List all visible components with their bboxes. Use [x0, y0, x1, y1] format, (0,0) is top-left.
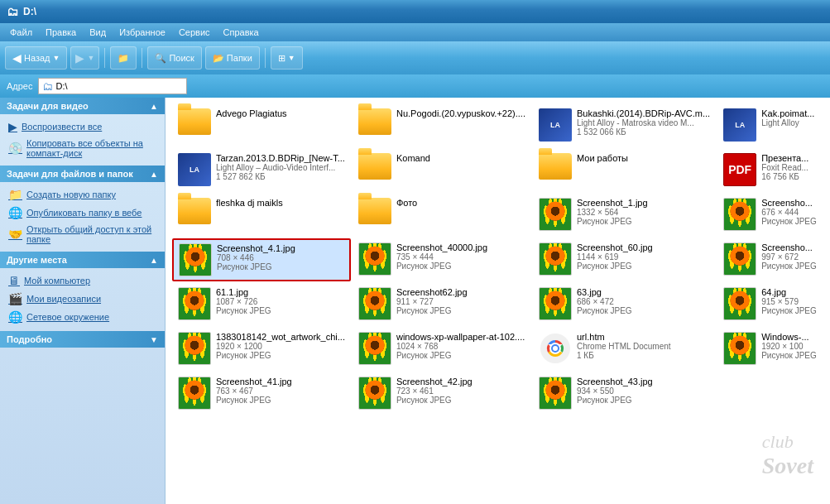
menu-item-файл[interactable]: Файл: [3, 26, 39, 39]
back-button[interactable]: ◀ Назад ▼: [5, 46, 67, 70]
file-name: Screenshot_40000.jpg: [396, 242, 525, 252]
svg-point-4: [553, 346, 558, 351]
my-videos-label: Мои видеозаписи: [26, 294, 101, 304]
sidebar-section-places-content: 🖥 Мой компьютер 🎬 Мои видеозаписи 🌐 Сете…: [0, 268, 165, 329]
file-meta: Foxit Read...: [761, 163, 818, 172]
menu-item-сервис[interactable]: Сервис: [172, 26, 217, 39]
sidebar-section-files: Задачи для файлов и папок ▲ 📁 Создать но…: [0, 166, 165, 250]
network-label: Сетевое окружение: [26, 312, 109, 322]
sidebar-section-details-header[interactable]: Подробно ▼: [0, 331, 165, 348]
file-name: Screenshot62.jpg: [396, 287, 525, 297]
file-info: Screenshot_43.jpg 934 × 550Рисунок JPEG: [577, 377, 710, 405]
file-info: 1383018142_wot_artwork_chi... 1920 × 120…: [216, 332, 345, 360]
file-item[interactable]: Screenshot_42.jpg 723 × 461Рисунок JPEG: [353, 372, 531, 415]
sidebar-item-copy-disc[interactable]: 💿 Копировать все объекты на компакт-диск: [5, 136, 160, 161]
file-item[interactable]: Screenshot_43.jpg 934 × 550Рисунок JPEG: [533, 372, 716, 415]
main-layout: Задачи для видео ▲ ▶ Воспроизвести все 💿…: [0, 98, 830, 504]
sidebar-item-my-computer[interactable]: 🖥 Мой компьютер: [5, 271, 160, 290]
address-path: D:\: [56, 81, 68, 91]
file-item[interactable]: Screenshot62.jpg 911 × 727Рисунок JPEG: [353, 283, 531, 326]
sidebar-item-share[interactable]: 🤝 Открыть общий доступ к этой папке: [5, 222, 160, 247]
sidebar-section-files-header[interactable]: Задачи для файлов и папок ▲: [0, 166, 165, 182]
file-item[interactable]: Screenshot_4.1.jpg 708 × 446Рисунок JPEG: [172, 238, 351, 281]
file-name: url.htm: [577, 332, 710, 342]
file-meta: 1332 × 564: [577, 208, 710, 217]
file-name: Komand: [396, 153, 525, 163]
sidebar-item-play-all[interactable]: ▶ Воспроизвести все: [5, 118, 160, 136]
sidebar-section-places: Другие места ▲ 🖥 Мой компьютер 🎬 Мои вид…: [0, 252, 165, 329]
toolbar-separator-3: [265, 48, 266, 68]
file-name: 1383018142_wot_artwork_chi...: [216, 332, 345, 342]
sidebar-section-video: Задачи для видео ▲ ▶ Воспроизвести все 💿…: [0, 98, 165, 164]
sidebar-item-new-folder[interactable]: 📁 Создать новую папку: [5, 185, 160, 204]
file-item[interactable]: Фото: [353, 194, 531, 237]
my-computer-label: Мой компьютер: [24, 276, 90, 286]
file-name: Screenshot_42.jpg: [396, 377, 525, 386]
menu-item-справка[interactable]: Справка: [217, 26, 266, 39]
file-item[interactable]: windows-xp-wallpaper-at-102.... 1024 × 7…: [353, 328, 531, 371]
file-item[interactable]: Windows-... 1920 × 100Рисунок JPEG: [717, 328, 823, 371]
forward-button[interactable]: ▶ ▼: [70, 46, 99, 70]
menu-item-правка[interactable]: Правка: [39, 26, 83, 39]
file-name: Screenshot_43.jpg: [577, 377, 710, 386]
file-meta: Рисунок JPEG: [216, 351, 345, 360]
file-item[interactable]: Nu.Pogodi.(20.vypuskov.+22)....: [353, 104, 531, 147]
file-info: 63.jpg 686 × 472Рисунок JPEG: [577, 287, 710, 315]
file-name: Kak.poimat...: [761, 108, 818, 118]
sidebar-item-network[interactable]: 🌐 Сетевое окружение: [5, 308, 160, 326]
file-item[interactable]: 63.jpg 686 × 472Рисунок JPEG: [533, 283, 716, 326]
new-folder-icon: 📁: [8, 188, 22, 201]
file-item[interactable]: Мои работы: [533, 149, 716, 192]
file-name: Screenshot_1.jpg: [577, 198, 710, 208]
file-item[interactable]: 61.1.jpg 1087 × 726Рисунок JPEG: [172, 283, 351, 326]
sidebar-section-video-title: Задачи для видео: [7, 101, 89, 111]
file-meta: 1 532 066 КБ: [577, 127, 710, 137]
address-input[interactable]: 🗂 D:\: [38, 78, 187, 94]
view-button[interactable]: ⊞ ▼: [271, 46, 303, 70]
sidebar-section-video-header[interactable]: Задачи для видео ▲: [0, 98, 165, 114]
sidebar-item-my-videos[interactable]: 🎬 Мои видеозаписи: [5, 290, 160, 308]
file-item[interactable]: 64.jpg 915 × 579Рисунок JPEG: [717, 283, 823, 326]
file-item[interactable]: Advego Plagiatus: [172, 104, 351, 147]
file-item[interactable]: PDF Презента... Foxit Read...16 756 КБ: [717, 149, 823, 192]
file-meta: Рисунок JPEG: [396, 396, 525, 405]
file-item[interactable]: Screensho... 997 × 672Рисунок JPEG: [717, 238, 823, 281]
menu-item-вид[interactable]: Вид: [83, 26, 113, 39]
view-icon: ⊞: [278, 53, 285, 64]
menu-item-избранное[interactable]: Избранное: [113, 26, 172, 39]
folders-button[interactable]: 📁: [110, 46, 137, 70]
file-item[interactable]: Screenshot_1.jpg 1332 × 564Рисунок JPEG: [533, 194, 716, 237]
file-item[interactable]: LA Tarzan.2013.D.BDRip_[New-T... Light A…: [172, 149, 351, 192]
file-info: Windows-... 1920 × 100Рисунок JPEG: [761, 332, 818, 360]
folders-nav-button[interactable]: 📂 Папки: [205, 46, 260, 70]
file-item[interactable]: url.htm Chrome HTML Document1 КБ: [533, 328, 716, 371]
file-item[interactable]: Screenshot_40000.jpg 735 × 444Рисунок JP…: [353, 238, 531, 281]
file-meta: 708 × 446: [217, 253, 344, 262]
file-item[interactable]: LA Kak.poimat... Light Alloy: [717, 104, 823, 147]
file-meta: Рисунок JPEG: [216, 396, 345, 405]
file-meta: 1 527 862 КБ: [216, 172, 345, 181]
file-meta: Рисунок JPEG: [216, 306, 345, 315]
search-button[interactable]: 🔍 Поиск: [147, 46, 201, 70]
file-item[interactable]: fleshka dj maikls: [172, 194, 351, 237]
file-item[interactable]: Screenshot_60.jpg 1144 × 619Рисунок JPEG: [533, 238, 716, 281]
file-name: Презента...: [761, 153, 818, 163]
search-icon: 🔍: [155, 53, 166, 64]
play-icon: ▶: [8, 120, 17, 133]
file-item[interactable]: 1383018142_wot_artwork_chi... 1920 × 120…: [172, 328, 351, 371]
file-item[interactable]: LA Bukashki.(2014).BDRip-AVC.m... Light …: [533, 104, 716, 147]
file-info: Screenshot62.jpg 911 × 727Рисунок JPEG: [396, 287, 525, 315]
sidebar-section-places-header[interactable]: Другие места ▲: [0, 252, 165, 268]
sidebar-collapse-places-icon: ▲: [150, 256, 158, 265]
file-meta: 676 × 444: [761, 208, 818, 217]
file-meta: 915 × 579: [761, 297, 818, 306]
file-name: fleshka dj maikls: [216, 198, 345, 208]
file-name: 64.jpg: [761, 287, 818, 297]
forward-arrow-icon: ▶: [75, 51, 84, 65]
file-item[interactable]: Screensho... 676 × 444Рисунок JPEG: [717, 194, 823, 237]
file-meta: 1920 × 1200: [216, 342, 345, 351]
sidebar-item-publish-web[interactable]: 🌐 Опубликовать папку в вебе: [5, 204, 160, 222]
file-meta: Рисунок JPEG: [396, 262, 525, 271]
file-item[interactable]: Screenshot_41.jpg 763 × 467Рисунок JPEG: [172, 372, 351, 415]
file-item[interactable]: Komand: [353, 149, 531, 192]
